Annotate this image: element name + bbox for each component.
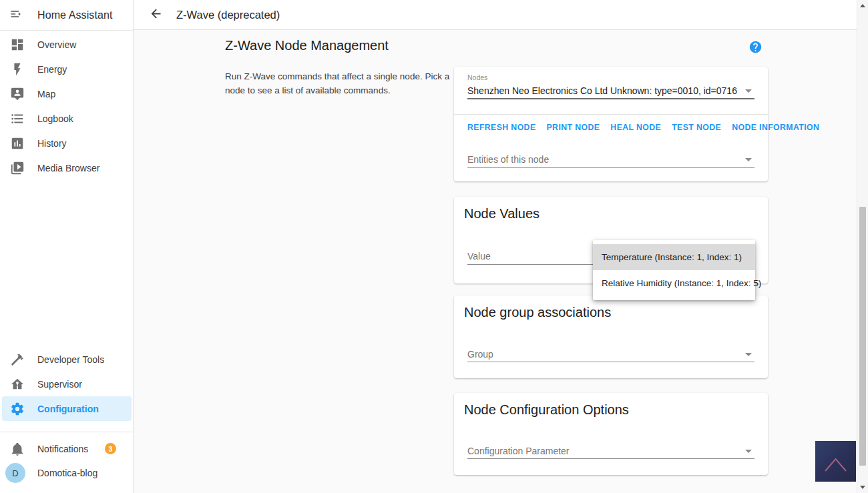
bell-icon <box>10 442 25 456</box>
card-title: Node group associations <box>464 305 611 320</box>
notifications-badge: 3 <box>105 443 116 454</box>
group-select-underline <box>467 362 754 362</box>
node-configuration-options-card: Node Configuration Options Configuration… <box>454 393 768 475</box>
card-title: Node Configuration Options <box>464 402 629 418</box>
app-window: Home Assistant Overview Energy Map Logbo… <box>0 0 868 493</box>
sidebar-item-media-browser[interactable]: Media Browser <box>0 155 134 180</box>
heal-node-button[interactable]: HEAL NODE <box>605 119 666 136</box>
hammer-icon <box>10 352 25 367</box>
sidebar-item-overview[interactable]: Overview <box>0 32 134 57</box>
chart-box-icon <box>10 136 25 151</box>
scroll-to-top-button[interactable] <box>815 441 856 482</box>
lightning-bolt-icon <box>10 62 25 77</box>
play-box-icon <box>10 161 25 175</box>
sidebar-menu-bottom: Developer Tools Supervisor Configuration <box>0 347 134 421</box>
card-divider <box>454 114 768 115</box>
sidebar-item-label: History <box>37 138 67 149</box>
sidebar-item-label: Map <box>37 89 55 99</box>
sidebar-item-history[interactable]: History <box>0 131 134 155</box>
sidebar-footer: Notifications 3 D Domotica-blog <box>0 436 134 485</box>
sidebar-item-notifications[interactable]: Notifications 3 <box>0 436 134 461</box>
sidebar-item-configuration[interactable]: Configuration <box>2 396 132 421</box>
refresh-node-button[interactable]: REFRESH NODE <box>462 119 541 136</box>
tooltip-account-icon <box>10 87 25 101</box>
chevron-down-icon[interactable] <box>745 450 752 453</box>
group-select[interactable]: Group <box>467 349 738 360</box>
sidebar-item-label: Media Browser <box>37 163 99 173</box>
topbar: Z-Wave (deprecated) <box>134 0 857 30</box>
sidebar-item-profile[interactable]: D Domotica-blog <box>0 461 134 485</box>
help-circle-icon <box>748 46 763 56</box>
sidebar-item-developer-tools[interactable]: Developer Tools <box>0 347 134 372</box>
chevron-down-icon[interactable] <box>745 158 752 161</box>
config-select-underline <box>467 458 754 459</box>
sidebar-item-supervisor[interactable]: Supervisor <box>0 372 134 396</box>
entities-select-underline <box>467 167 754 168</box>
view-dashboard-icon <box>10 37 25 52</box>
sidebar-item-label: Supervisor <box>37 379 82 390</box>
help-button[interactable] <box>748 40 763 54</box>
scrollbar-thumb[interactable] <box>859 207 866 466</box>
sidebar-item-label: Configuration <box>37 404 99 414</box>
page-breadcrumb-title: Z-Wave (deprecated) <box>176 9 280 21</box>
sidebar-item-map[interactable]: Map <box>0 81 134 106</box>
node-group-associations-card: Node group associations Group <box>454 296 768 378</box>
avatar: D <box>5 463 25 483</box>
scrollbar-up-arrow-icon[interactable] <box>860 4 865 7</box>
print-node-button[interactable]: PRINT NODE <box>541 119 606 136</box>
test-node-button[interactable]: TEST NODE <box>666 119 726 136</box>
chevron-down-icon[interactable] <box>745 353 752 356</box>
section-intro-text: Run Z-Wave commands that affect a single… <box>225 69 457 97</box>
sidebar-item-label: Developer Tools <box>37 354 104 365</box>
sidebar-item-label: Notifications <box>37 444 88 454</box>
dropdown-option-temperature[interactable]: Temperature (Instance: 1, Index: 1) <box>593 244 755 270</box>
card-title: Node Values <box>464 206 539 221</box>
sidebar-item-label: Energy <box>37 64 67 75</box>
entities-select[interactable]: Entities of this node <box>467 154 738 165</box>
sidebar-toggle-button[interactable] <box>8 7 24 23</box>
profile-name: Domotica-blog <box>37 468 97 478</box>
chevron-up-icon <box>815 441 856 482</box>
arrow-left-icon <box>149 13 163 23</box>
sidebar-menu-top: Overview Energy Map Logbook History Medi… <box>0 32 134 180</box>
nodes-select-underline <box>467 98 754 99</box>
dropdown-option-relative-humidity[interactable]: Relative Humidity (Instance: 1, Index: 5… <box>593 270 755 296</box>
scrollbar[interactable] <box>857 0 868 493</box>
node-information-button[interactable]: NODE INFORMATION <box>726 119 825 136</box>
nodes-card: Nodes Shenzhen Neo Electronics Co Ltd Un… <box>454 67 768 181</box>
app-title: Home Assistant <box>37 9 113 21</box>
sidebar-item-logbook[interactable]: Logbook <box>0 106 134 131</box>
chevron-down-icon[interactable] <box>745 89 752 93</box>
menu-collapse-icon <box>9 7 23 23</box>
sidebar: Home Assistant Overview Energy Map Logbo… <box>0 0 134 493</box>
sidebar-item-energy[interactable]: Energy <box>0 57 134 81</box>
node-actions: REFRESH NODE PRINT NODE HEAL NODE TEST N… <box>462 119 825 136</box>
nodes-select-label: Nodes <box>467 73 487 81</box>
gear-icon <box>10 402 25 416</box>
list-bulleted-icon <box>10 111 25 126</box>
value-dropdown-menu: Temperature (Instance: 1, Index: 1) Rela… <box>593 240 755 300</box>
scrollbar-down-arrow-icon[interactable] <box>860 486 865 489</box>
configuration-parameter-select[interactable]: Configuration Parameter <box>467 446 738 456</box>
nodes-select[interactable]: Shenzhen Neo Electronics Co Ltd Unknown:… <box>467 85 738 96</box>
sidebar-item-label: Logbook <box>37 113 73 124</box>
sidebar-item-label: Overview <box>37 39 76 50</box>
home-assistant-icon <box>10 377 25 392</box>
sidebar-header: Home Assistant <box>0 0 133 31</box>
back-button[interactable] <box>148 7 164 23</box>
page-title: Z-Wave Node Management <box>225 38 389 53</box>
sidebar-divider <box>0 432 133 432</box>
main-content: Z-Wave Node Management Run Z-Wave comman… <box>134 30 857 493</box>
